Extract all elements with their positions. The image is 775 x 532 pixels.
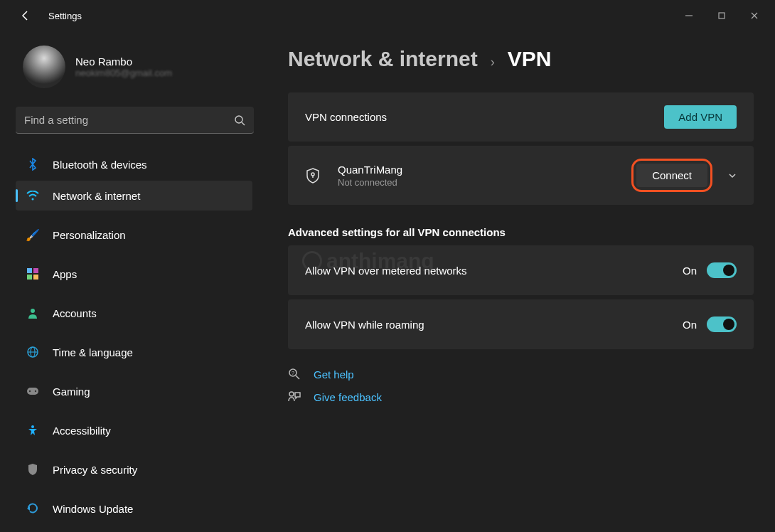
vpn-item-card: QuanTriMang Not connected Connect [288, 146, 754, 205]
update-icon [26, 501, 40, 516]
svg-point-14 [29, 390, 31, 392]
search-icon [234, 115, 245, 126]
nav-apps[interactable]: Apps [16, 259, 252, 289]
nav-privacy[interactable]: Privacy & security [16, 454, 252, 484]
add-vpn-button[interactable]: Add VPN [664, 105, 737, 129]
nav-time-language[interactable]: Time & language [16, 337, 252, 367]
svg-point-15 [35, 390, 36, 392]
toggle-switch[interactable] [707, 262, 737, 278]
shield-icon [26, 462, 40, 477]
get-help-link[interactable]: ? Get help [288, 368, 754, 381]
nav-label: Windows Update [53, 503, 133, 515]
nav-bluetooth[interactable]: Bluetooth & devices [16, 149, 252, 179]
page-title: VPN [508, 47, 552, 71]
advanced-header: Advanced settings for all VPN connection… [288, 226, 754, 238]
person-icon [26, 306, 40, 320]
accessibility-icon [26, 423, 40, 437]
app-title: Settings [48, 11, 82, 21]
bluetooth-icon [26, 157, 40, 171]
nav-label: Apps [53, 268, 77, 280]
nav-windows-update[interactable]: Windows Update [16, 494, 252, 523]
toggle-switch[interactable] [707, 316, 737, 332]
svg-line-3 [242, 122, 245, 125]
breadcrumb-parent[interactable]: Network & internet [288, 47, 478, 71]
svg-rect-5 [27, 268, 32, 273]
toggle-label: Allow VPN over metered networks [305, 265, 467, 277]
nav-personalization[interactable]: 🖌️ Personalization [16, 220, 252, 250]
search-input-wrap[interactable] [16, 107, 254, 134]
search-input[interactable] [24, 114, 234, 126]
svg-rect-8 [33, 275, 38, 280]
toggle-metered: Allow VPN over metered networks On [288, 245, 754, 295]
vpn-connections-label: VPN connections [305, 111, 387, 123]
breadcrumb: Network & internet › VPN [288, 47, 754, 71]
nav-list: Bluetooth & devices Network & internet 🖌… [16, 149, 252, 523]
svg-rect-13 [27, 388, 38, 395]
minimize-button[interactable] [673, 5, 705, 26]
nav-network[interactable]: Network & internet [16, 181, 252, 211]
svg-point-2 [235, 116, 242, 123]
wifi-icon [26, 188, 40, 203]
close-button[interactable] [738, 5, 771, 26]
vpn-name: QuanTriMang [338, 164, 402, 176]
connect-highlight: Connect [631, 159, 712, 192]
avatar [23, 46, 65, 88]
svg-point-4 [32, 198, 34, 201]
toggle-state: On [683, 319, 697, 331]
link-label: Give feedback [314, 391, 382, 403]
link-label: Get help [314, 368, 354, 381]
brush-icon: 🖌️ [26, 228, 40, 242]
svg-point-16 [31, 425, 34, 428]
apps-icon [26, 267, 40, 281]
user-profile[interactable]: Neo Rambo neokim805@gmail.com [16, 46, 252, 88]
gamepad-icon [26, 384, 40, 398]
globe-icon [26, 345, 40, 359]
user-name: Neo Rambo [75, 55, 172, 68]
svg-point-23 [289, 392, 294, 396]
svg-line-21 [296, 376, 299, 379]
nav-accounts[interactable]: Accounts [16, 298, 252, 328]
nav-label: Time & language [53, 346, 133, 358]
content-area: Network & internet › VPN VPN connections… [260, 31, 775, 532]
nav-label: Gaming [53, 385, 90, 398]
window-controls [673, 5, 771, 26]
vpn-status: Not connected [338, 177, 402, 188]
nav-gaming[interactable]: Gaming [16, 376, 252, 406]
user-email: neokim805@gmail.com [75, 68, 172, 78]
svg-rect-7 [27, 275, 32, 280]
svg-point-18 [311, 173, 314, 176]
nav-label: Bluetooth & devices [53, 159, 147, 171]
toggle-state: On [683, 265, 697, 277]
sidebar: Neo Rambo neokim805@gmail.com Bluetooth … [0, 31, 260, 532]
help-icon: ? [288, 368, 301, 381]
svg-text:?: ? [292, 371, 294, 376]
svg-rect-6 [33, 268, 38, 273]
svg-rect-1 [719, 13, 725, 18]
chevron-right-icon: › [491, 55, 495, 70]
vpn-shield-icon [305, 168, 321, 183]
nav-label: Accessibility [53, 425, 111, 437]
back-button[interactable] [14, 5, 36, 26]
titlebar: Settings [0, 0, 775, 31]
chevron-down-icon[interactable] [725, 169, 739, 183]
nav-label: Network & internet [53, 190, 140, 202]
connect-button[interactable]: Connect [636, 164, 707, 187]
svg-point-9 [31, 309, 35, 313]
give-feedback-link[interactable]: Give feedback [288, 390, 754, 403]
nav-accessibility[interactable]: Accessibility [16, 415, 252, 445]
maximize-button[interactable] [705, 5, 738, 26]
nav-label: Personalization [53, 229, 126, 241]
feedback-icon [288, 390, 301, 403]
nav-label: Privacy & security [53, 464, 137, 476]
toggle-label: Allow VPN while roaming [305, 319, 424, 331]
nav-label: Accounts [53, 307, 97, 319]
toggle-roaming: Allow VPN while roaming On [288, 299, 754, 349]
vpn-connections-card: VPN connections Add VPN [288, 92, 754, 142]
